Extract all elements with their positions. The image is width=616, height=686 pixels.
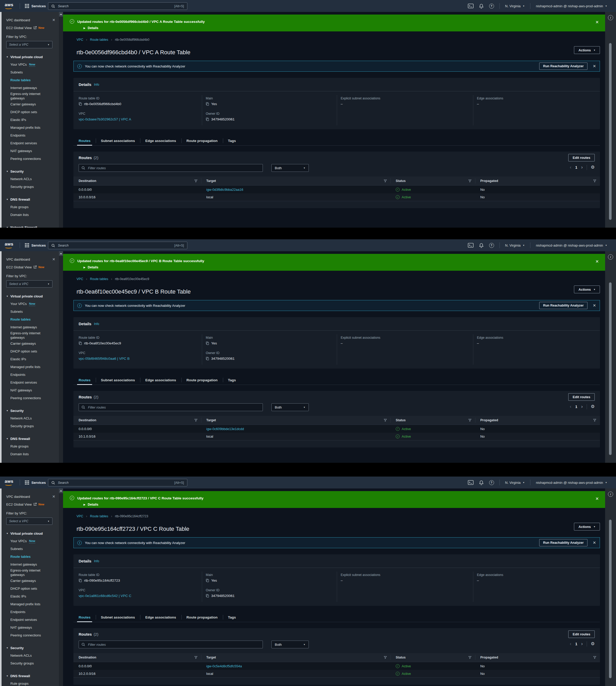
- sidebar-item-peering-connections[interactable]: Peering connections: [6, 155, 59, 163]
- help-icon[interactable]: ?: [489, 480, 494, 485]
- sidebar-item-domain-lists[interactable]: Domain lists: [6, 451, 59, 458]
- tab-tags[interactable]: Tags: [223, 375, 241, 385]
- sidebar-item-managed-prefix-lists[interactable]: Managed prefix lists: [6, 124, 59, 132]
- notifications-bell-icon[interactable]: [479, 480, 484, 485]
- notifications-bell-icon[interactable]: [479, 243, 484, 248]
- scroll-up-button[interactable]: [59, 12, 63, 17]
- sidebar-item-network-acls[interactable]: Network ACLs: [6, 415, 59, 423]
- column-header-target[interactable]: Target: [201, 653, 391, 662]
- close-icon[interactable]: ✕: [593, 540, 596, 545]
- close-icon[interactable]: ✕: [595, 259, 599, 264]
- column-header-status[interactable]: Status: [391, 176, 475, 185]
- tab-subnet-associations[interactable]: Subnet associations: [96, 613, 140, 622]
- tab-tags[interactable]: Tags: [223, 136, 241, 145]
- sidebar-item-internet-gateways[interactable]: Internet gateways: [6, 323, 59, 331]
- breadcrumb-vpc-link[interactable]: VPC: [76, 38, 83, 42]
- aws-logo[interactable]: aws: [5, 479, 14, 486]
- page-scrollbar[interactable]: [609, 43, 612, 220]
- next-page-button[interactable]: ›: [581, 404, 583, 409]
- copy-icon[interactable]: [79, 342, 82, 345]
- tab-subnet-associations[interactable]: Subnet associations: [96, 375, 140, 385]
- sidebar-item-security-groups[interactable]: Security groups: [6, 423, 59, 430]
- sidebar-item-elastic-ips[interactable]: Elastic IPs: [6, 356, 59, 363]
- route-target-link[interactable]: igw-0c609bbde13e1dcdd: [201, 425, 391, 433]
- account-menu[interactable]: nishapmcd-admin @ nishap-aws-prod-admin …: [536, 4, 607, 8]
- info-icon[interactable]: i: [608, 492, 613, 497]
- filter-funnel-icon[interactable]: [384, 179, 387, 183]
- tab-subnet-associations[interactable]: Subnet associations: [96, 136, 140, 145]
- sidebar-item-endpoints[interactable]: Endpoints: [6, 371, 59, 379]
- vpc-link[interactable]: vpc-05bf8465f948c0aa6 | VPC B: [79, 357, 130, 361]
- sidebar-scrollbar[interactable]: [59, 12, 63, 228]
- services-menu-button[interactable]: Services: [25, 239, 46, 251]
- tab-routes[interactable]: Routes: [73, 613, 96, 622]
- tab-route-propagation[interactable]: Route propagation: [181, 613, 223, 622]
- sidebar-item-vpc-dashboard[interactable]: VPC dashboard ✕: [6, 493, 59, 500]
- tab-routes[interactable]: Routes: [73, 375, 96, 385]
- filter-funnel-icon[interactable]: [468, 179, 471, 183]
- actions-button[interactable]: Actions ▼: [574, 285, 600, 293]
- sidebar-item-egress-only-internet-gateways[interactable]: Egress-only internet gateways: [6, 569, 59, 577]
- table-row[interactable]: 10.2.0.0/16 local ✓ Active No: [73, 670, 600, 678]
- details-info-link[interactable]: Info: [94, 322, 99, 326]
- filter-funnel-icon[interactable]: [468, 419, 471, 422]
- success-details-toggle[interactable]: ▶ Details: [84, 26, 98, 30]
- sidebar-item-your-vpcs[interactable]: Your VPCs New: [6, 61, 59, 68]
- sidebar-item-internet-gateways[interactable]: Internet gateways: [6, 84, 59, 92]
- sidebar-item-subnets[interactable]: Subnets: [6, 68, 59, 76]
- filter-routes-box[interactable]: [79, 403, 263, 411]
- sidebar-item-your-vpcs[interactable]: Your VPCs New: [6, 537, 59, 545]
- sidebar-item-carrier-gateways[interactable]: Carrier gateways: [6, 340, 59, 348]
- sidebar-item-vpc-dashboard[interactable]: VPC dashboard ✕: [6, 16, 59, 24]
- sidebar-item-nat-gateways[interactable]: NAT gateways: [6, 147, 59, 155]
- global-search[interactable]: [Alt+S]: [48, 242, 188, 249]
- run-reachability-analyzer-button[interactable]: Run Reachability Analyzer: [539, 63, 588, 70]
- copy-icon[interactable]: [206, 357, 209, 360]
- filter-funnel-icon[interactable]: [593, 656, 596, 659]
- sidebar-item-rule-groups[interactable]: Rule groups: [6, 680, 59, 686]
- copy-icon[interactable]: [206, 117, 209, 121]
- breadcrumb-route-tables-link[interactable]: Route tables: [90, 38, 108, 42]
- sidebar-group-security[interactable]: ▼ Security: [6, 407, 59, 415]
- details-info-link[interactable]: Info: [94, 83, 99, 86]
- sidebar-item-subnets[interactable]: Subnets: [6, 545, 59, 553]
- aws-logo[interactable]: aws: [5, 242, 14, 249]
- sidebar-item-route-tables[interactable]: Route tables: [6, 76, 59, 84]
- breadcrumb-vpc-link[interactable]: VPC: [76, 514, 83, 518]
- filter-routes-input[interactable]: [87, 166, 260, 170]
- sidebar-item-internet-gateways[interactable]: Internet gateways: [6, 561, 59, 569]
- search-input[interactable]: [57, 4, 172, 8]
- sidebar-item-vpc-dashboard[interactable]: VPC dashboard ✕: [6, 255, 59, 263]
- filter-funnel-icon[interactable]: [194, 656, 197, 659]
- sidebar-item-carrier-gateways[interactable]: Carrier gateways: [6, 101, 59, 108]
- settings-gear-icon[interactable]: ⚙: [591, 165, 595, 170]
- region-selector[interactable]: N. Virginia ▼: [505, 4, 525, 8]
- region-selector[interactable]: N. Virginia ▼: [505, 481, 525, 485]
- sidebar-item-egress-only-internet-gateways[interactable]: Egress-only internet gateways: [6, 92, 59, 101]
- current-page[interactable]: 1: [575, 642, 577, 646]
- aws-logo[interactable]: aws: [5, 2, 14, 9]
- sidebar-scrollbar[interactable]: [59, 489, 63, 686]
- filter-routes-input[interactable]: [87, 405, 260, 410]
- tab-edge-associations[interactable]: Edge associations: [140, 613, 181, 622]
- previous-page-button[interactable]: ‹: [570, 404, 571, 409]
- run-reachability-analyzer-button[interactable]: Run Reachability Analyzer: [539, 539, 588, 546]
- settings-gear-icon[interactable]: ⚙: [591, 641, 595, 646]
- next-page-button[interactable]: ›: [581, 165, 583, 170]
- sidebar-item-ec2-global-view[interactable]: EC2 Global View New: [6, 500, 59, 508]
- filter-routes-box[interactable]: [79, 164, 263, 172]
- close-icon[interactable]: ✕: [593, 303, 596, 308]
- column-header-target[interactable]: Target: [201, 416, 391, 425]
- sidebar-group-virtual-private-cloud[interactable]: ▼ Virtual private cloud: [6, 530, 59, 537]
- close-icon[interactable]: ✕: [52, 494, 55, 499]
- sidebar-item-network-acls[interactable]: Network ACLs: [6, 652, 59, 660]
- next-page-button[interactable]: ›: [581, 641, 583, 646]
- page-scrollbar[interactable]: [609, 520, 612, 678]
- copy-icon[interactable]: [206, 102, 209, 106]
- sidebar-group-dns-firewall[interactable]: ▼ DNS firewall: [6, 672, 59, 680]
- column-header-target[interactable]: Target: [201, 176, 391, 185]
- route-type-dropdown[interactable]: Both ▼: [271, 164, 309, 172]
- run-reachability-analyzer-button[interactable]: Run Reachability Analyzer: [539, 302, 588, 309]
- sidebar-group-security[interactable]: ▼ Security: [6, 644, 59, 652]
- sidebar-item-security-groups[interactable]: Security groups: [6, 660, 59, 668]
